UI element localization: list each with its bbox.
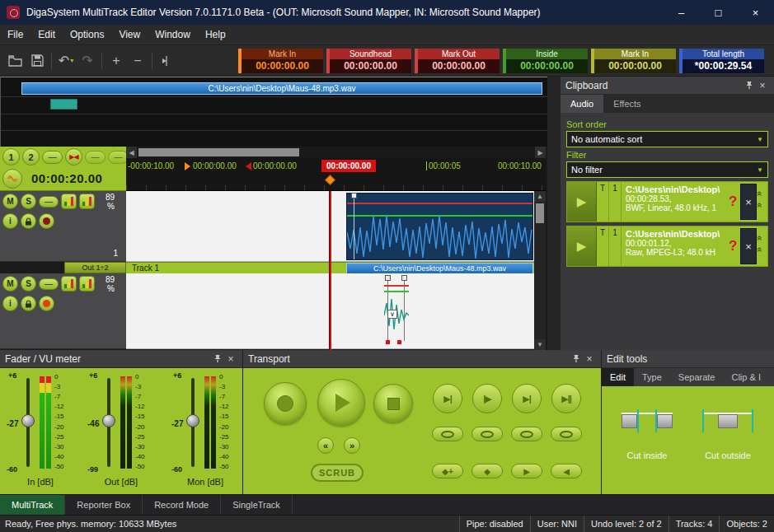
sort-order-select[interactable]: No automatic sort ▼ bbox=[566, 131, 768, 147]
output-routing-button[interactable]: Out 1÷2 bbox=[64, 262, 126, 273]
scrub-wave-button[interactable] bbox=[2, 169, 22, 189]
play-over-mark-button[interactable]: ▶| bbox=[512, 384, 542, 413]
menu-view[interactable]: View bbox=[111, 25, 148, 45]
horizontal-scrollbar[interactable]: ◀ ▶ bbox=[126, 147, 546, 158]
mark-out-marker-icon[interactable] bbox=[246, 162, 251, 170]
audio-region[interactable] bbox=[346, 193, 533, 260]
solo-button[interactable]: S bbox=[21, 276, 36, 292]
solo-button[interactable]: S bbox=[21, 194, 36, 209]
save-icon[interactable] bbox=[26, 50, 48, 72]
pin-icon[interactable] bbox=[570, 354, 583, 363]
fader-knob[interactable] bbox=[102, 414, 115, 427]
object-handle[interactable] bbox=[401, 275, 407, 281]
meter-button[interactable] bbox=[61, 276, 77, 292]
menu-edit[interactable]: Edit bbox=[30, 25, 63, 45]
fader-slider[interactable] bbox=[191, 378, 195, 467]
fader-knob[interactable] bbox=[21, 414, 35, 427]
zoom-in-button[interactable]: + bbox=[106, 50, 127, 72]
close-icon[interactable]: × bbox=[583, 353, 596, 365]
remove-item-button[interactable]: × bbox=[740, 228, 757, 264]
scrollbar-thumb[interactable] bbox=[536, 203, 544, 223]
close-icon[interactable]: × bbox=[224, 353, 237, 365]
cut-inside-button[interactable]: Cut inside bbox=[612, 408, 683, 460]
tab-singletrack[interactable]: SingleTrack bbox=[221, 495, 293, 515]
scroll-down-icon[interactable]: ▼ bbox=[534, 339, 546, 350]
pin-icon[interactable] bbox=[211, 354, 224, 363]
object-handle[interactable] bbox=[385, 275, 391, 281]
overview-clip-block[interactable] bbox=[50, 99, 77, 110]
filter-select[interactable]: No filter ▼ bbox=[566, 161, 768, 178]
move-up-handle[interactable]: « « bbox=[757, 182, 767, 222]
scrollbar-track[interactable] bbox=[137, 147, 535, 158]
menu-options[interactable]: Options bbox=[63, 25, 111, 45]
locator-2-button[interactable]: 2 bbox=[22, 148, 40, 166]
playhead-line[interactable] bbox=[329, 191, 331, 350]
tab-audio[interactable]: Audio bbox=[561, 95, 603, 113]
fade-marker-line[interactable] bbox=[354, 194, 354, 259]
cut-outside-button[interactable]: Cut outside bbox=[692, 408, 763, 460]
scrub-button[interactable]: SCRUB bbox=[311, 464, 364, 482]
timeline-ruler[interactable]: -00:00:10.00 00:00:00.00 00:00:00.00 00:… bbox=[126, 158, 546, 191]
marker-button[interactable]: ◆ bbox=[471, 464, 503, 478]
tab-clip[interactable]: Clip & I bbox=[723, 368, 768, 386]
fader-slider[interactable] bbox=[26, 378, 30, 467]
close-button[interactable]: × bbox=[737, 0, 774, 25]
tab-type[interactable]: Type bbox=[634, 368, 670, 386]
meter-button[interactable] bbox=[61, 194, 77, 209]
mute-button[interactable]: M bbox=[2, 194, 18, 209]
play-to-mark-button[interactable]: ▶| bbox=[433, 384, 462, 413]
collapse-button[interactable]: — bbox=[39, 196, 59, 208]
marker-tool-icon[interactable] bbox=[156, 50, 177, 72]
tab-record-mode[interactable]: Record Mode bbox=[143, 495, 221, 515]
play-button[interactable]: ▶ bbox=[567, 226, 597, 266]
meter-button[interactable] bbox=[79, 194, 95, 209]
remove-item-button[interactable]: × bbox=[740, 184, 757, 220]
menu-help[interactable]: Help bbox=[198, 25, 233, 45]
scroll-right-icon[interactable]: ▶ bbox=[535, 147, 546, 158]
meter-button[interactable] bbox=[79, 276, 95, 292]
region-file-label[interactable]: C:\Users\nin\Desktop\Maus-48.mp3.wav bbox=[346, 263, 533, 274]
loop-button[interactable] bbox=[551, 427, 582, 441]
loop-button[interactable] bbox=[511, 427, 542, 441]
collapse-button[interactable]: — bbox=[39, 278, 59, 290]
info-button[interactable]: i bbox=[2, 296, 18, 311]
menu-window[interactable]: Window bbox=[148, 25, 198, 45]
stop-button[interactable] bbox=[373, 384, 413, 423]
envelope-node-box[interactable]: ∨ bbox=[387, 310, 397, 319]
info-button[interactable]: i bbox=[2, 213, 18, 229]
locator-1-button[interactable]: 1 bbox=[2, 148, 20, 166]
zoom-out-button[interactable]: − bbox=[127, 50, 148, 72]
locator-minus-button[interactable]: — bbox=[42, 151, 63, 164]
clipboard-item[interactable]: ▶ T 1 C:\Users\nin\Desktop\ 00:00:01.12,… bbox=[566, 226, 768, 267]
goto-marks-button[interactable]: ▶◀ bbox=[65, 148, 82, 166]
tab-edit[interactable]: Edit bbox=[602, 368, 634, 386]
mute-button[interactable]: M bbox=[2, 276, 18, 292]
play-selection-button[interactable]: ▶|| bbox=[551, 384, 581, 413]
record-button[interactable] bbox=[264, 382, 307, 425]
clipboard-item[interactable]: ▶ T 1 C:\Users\nin\Desktop\ 00:00:28.53,… bbox=[566, 181, 768, 222]
add-marker-button[interactable]: ◆+ bbox=[432, 464, 463, 478]
fader-slider[interactable] bbox=[107, 378, 110, 467]
small-audio-object[interactable]: ∨ bbox=[381, 275, 415, 348]
redo-button[interactable]: ↷ bbox=[77, 50, 98, 72]
fade-handle[interactable] bbox=[351, 193, 357, 198]
prev-marker-button[interactable]: ◀ bbox=[551, 464, 582, 478]
mark-in-marker-icon[interactable] bbox=[185, 162, 190, 170]
shuttle-forward-button[interactable]: » bbox=[344, 437, 360, 454]
minimize-button[interactable]: – bbox=[663, 0, 700, 25]
maximize-button[interactable]: □ bbox=[700, 0, 737, 25]
locator-extra-button[interactable]: — bbox=[85, 151, 106, 164]
record-arm-button[interactable] bbox=[39, 213, 54, 229]
play-button[interactable]: ▶ bbox=[567, 182, 597, 222]
scroll-up-icon[interactable]: ▲ bbox=[534, 191, 546, 202]
object-envelope-line[interactable] bbox=[384, 291, 409, 292]
tab-separate[interactable]: Separate bbox=[670, 368, 724, 386]
scroll-left-icon[interactable]: ◀ bbox=[126, 147, 137, 158]
menu-file[interactable]: File bbox=[0, 25, 30, 45]
lock-button[interactable] bbox=[21, 213, 36, 229]
undo-button[interactable]: ↶▾ bbox=[55, 50, 77, 72]
edit-point-marker[interactable] bbox=[386, 340, 390, 344]
tab-reporter-box[interactable]: Reporter Box bbox=[65, 495, 143, 515]
close-icon[interactable]: × bbox=[756, 80, 769, 91]
fader-knob[interactable] bbox=[186, 414, 199, 427]
